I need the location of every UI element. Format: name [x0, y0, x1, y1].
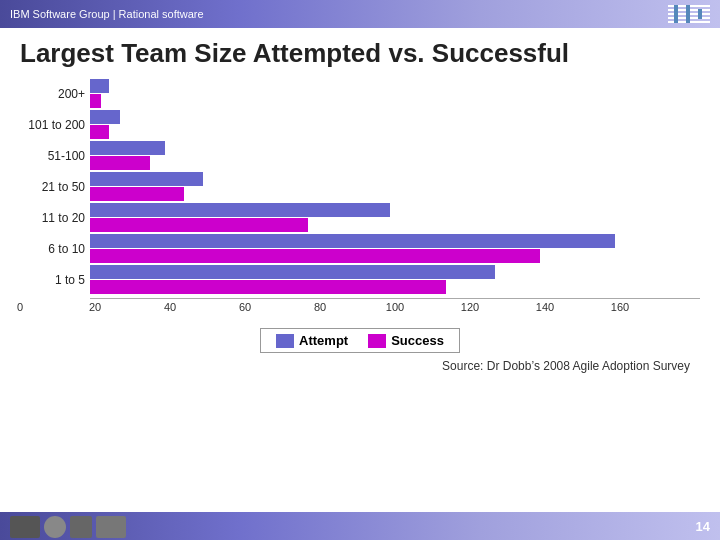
- legend-attempt-label: Attempt: [299, 333, 348, 348]
- svg-rect-6: [686, 5, 690, 23]
- bar-row: 200+: [90, 79, 700, 108]
- success-bar: [90, 218, 308, 232]
- header-bar: IBM Software Group | Rational software: [0, 0, 720, 28]
- legend-success-label: Success: [391, 333, 444, 348]
- chart-container: 200+101 to 20051-10021 to 5011 to 206 to…: [20, 79, 700, 320]
- bars-group: [90, 110, 120, 139]
- bars-group: [90, 79, 109, 108]
- x-tick: 120: [461, 301, 479, 313]
- ibm-logo-svg: [668, 5, 710, 23]
- bar-label: 101 to 200: [20, 118, 85, 132]
- bar-label: 21 to 50: [20, 180, 85, 194]
- attempt-bar: [90, 110, 120, 124]
- bar-label: 1 to 5: [20, 273, 85, 287]
- success-bar: [90, 249, 540, 263]
- chart-area: 200+101 to 20051-10021 to 5011 to 206 to…: [20, 79, 700, 296]
- header-title: IBM Software Group | Rational software: [10, 8, 204, 20]
- bars-group: [90, 172, 203, 201]
- success-bar: [90, 125, 109, 139]
- x-tick: 60: [239, 301, 251, 313]
- success-swatch: [368, 334, 386, 348]
- source-text: Source: Dr Dobb’s 2008 Agile Adoption Su…: [20, 359, 700, 373]
- attempt-bar: [90, 172, 203, 186]
- bars-group: [90, 203, 390, 232]
- footer-bar: 14: [0, 512, 720, 540]
- bars-group: [90, 265, 495, 294]
- attempt-swatch: [276, 334, 294, 348]
- bar-row: 1 to 5: [90, 265, 700, 294]
- attempt-bar: [90, 79, 109, 93]
- svg-rect-7: [698, 9, 702, 19]
- bar-row: 21 to 50: [90, 172, 700, 201]
- success-bar: [90, 156, 150, 170]
- bars-group: [90, 234, 615, 263]
- ibm-logo: [668, 5, 710, 23]
- attempt-bar: [90, 234, 615, 248]
- x-tick: 40: [164, 301, 176, 313]
- attempt-bar: [90, 141, 165, 155]
- x-tick: 140: [536, 301, 554, 313]
- x-tick: 0: [17, 301, 23, 313]
- svg-rect-5: [674, 5, 678, 23]
- bar-label: 51-100: [20, 149, 85, 163]
- bar-row: 11 to 20: [90, 203, 700, 232]
- bar-row: 51-100: [90, 141, 700, 170]
- success-bar: [90, 94, 101, 108]
- x-tick: 80: [314, 301, 326, 313]
- bar-row: 6 to 10: [90, 234, 700, 263]
- bar-label: 200+: [20, 87, 85, 101]
- bar-label: 11 to 20: [20, 211, 85, 225]
- x-tick: 100: [386, 301, 404, 313]
- success-bar: [90, 187, 184, 201]
- bar-label: 6 to 10: [20, 242, 85, 256]
- attempt-bar: [90, 203, 390, 217]
- bars-group: [90, 141, 165, 170]
- legend-success: Success: [368, 333, 444, 348]
- legend-attempt: Attempt: [276, 333, 348, 348]
- bar-row: 101 to 200: [90, 110, 700, 139]
- page-title: Largest Team Size Attempted vs. Successf…: [20, 38, 700, 69]
- chart-legend: Attempt Success: [260, 328, 460, 353]
- main-content: Largest Team Size Attempted vs. Successf…: [0, 28, 720, 373]
- attempt-bar: [90, 265, 495, 279]
- x-tick: 160: [611, 301, 629, 313]
- success-bar: [90, 280, 446, 294]
- x-tick: 20: [89, 301, 101, 313]
- page-number: 14: [696, 519, 710, 534]
